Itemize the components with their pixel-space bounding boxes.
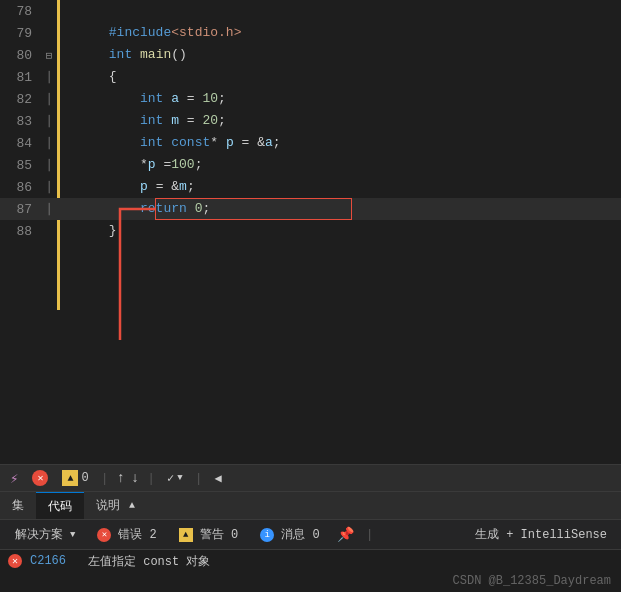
editor-spacer [0, 340, 621, 352]
line-gutter-86: │ [40, 181, 58, 193]
line-gutter-87: │ [40, 203, 58, 215]
error-row-c2166[interactable]: ✕ C2166 左值指定 const 对象 [0, 550, 621, 572]
warning-icon: ▲ [62, 470, 78, 486]
watermark: CSDN @B_12385_Daydream [453, 574, 611, 588]
lightning-icon: ⚡ [10, 470, 18, 487]
bracket-indicator-85: │ [46, 159, 53, 171]
tab-desc-arrow: ▲ [129, 500, 135, 511]
line-gutter-85: │ [40, 159, 58, 171]
line-gutter-84: │ [40, 137, 58, 149]
info-filter-button[interactable]: i 消息 0 [253, 523, 326, 546]
warning-indicator-button[interactable]: ▲ 0 [58, 468, 92, 488]
line-number-80: 80 [0, 48, 40, 63]
navigate-up-button[interactable]: ↑ [116, 470, 124, 486]
line-number-82: 82 [0, 92, 40, 107]
line-gutter-80: ⊟ [40, 49, 58, 62]
bracket-indicator-81: │ [46, 71, 53, 83]
separator-2: | [145, 471, 157, 486]
error-panel-header: 集 代码 说明 ▲ [0, 492, 621, 520]
line-number-78: 78 [0, 4, 40, 19]
error-filter-bar: 解决方案 ▼ ✕ 错误 2 ▲ 警告 0 i 消息 0 📌 | 生成 + Int… [0, 520, 621, 550]
line-number-85: 85 [0, 158, 40, 173]
collapse-icon-80[interactable]: ⊟ [46, 49, 53, 62]
error-filter-icon: ✕ [97, 528, 111, 542]
info-filter-icon: i [260, 528, 274, 542]
bracket-indicator-84: │ [46, 137, 53, 149]
line-number-79: 79 [0, 26, 40, 41]
error-row-code: C2166 [30, 554, 80, 568]
bracket-indicator-82: │ [46, 93, 53, 105]
code-editor: 78 79 #include<stdio.h> 80 ⊟ int main() … [0, 0, 621, 340]
warning-filter-icon: ▲ [179, 528, 193, 542]
intellisense-label: 生成 + IntelliSense [475, 528, 607, 542]
back-button[interactable]: ◀ [211, 469, 226, 488]
line-number-81: 81 [0, 70, 40, 85]
solution-label: 解决方案 [15, 526, 63, 543]
error-row-message: 左值指定 const 对象 [88, 553, 210, 570]
warning-count: 0 [81, 471, 88, 485]
tab-code-label: 代码 [48, 498, 72, 515]
filter-button[interactable]: ✓ ▼ [163, 469, 187, 488]
line-number-86: 86 [0, 180, 40, 195]
separator-1: | [99, 471, 111, 486]
navigate-down-button[interactable]: ↓ [131, 470, 139, 486]
error-indicator-button[interactable]: ✕ [28, 468, 52, 488]
line-gutter-83: │ [40, 115, 58, 127]
error-filter-button[interactable]: ✕ 错误 2 [90, 523, 163, 546]
code-line-88: 88 } [0, 220, 621, 242]
tab-code[interactable]: 代码 [36, 492, 84, 519]
tab-集-label: 集 [12, 497, 24, 514]
tab-description[interactable]: 说明 ▲ [84, 492, 147, 519]
error-x-icon: ✕ [32, 470, 48, 486]
warning-filter-button[interactable]: ▲ 警告 0 [172, 523, 245, 546]
line-number-84: 84 [0, 136, 40, 151]
info-filter-label: 消息 0 [281, 526, 319, 543]
plugin-button[interactable]: ⚡ [6, 468, 22, 489]
solution-select-button[interactable]: 解决方案 ▼ [8, 523, 82, 546]
dropdown-arrow-icon: ▼ [177, 473, 182, 483]
bracket-indicator-87: │ [46, 203, 53, 215]
bracket-indicator-83: │ [46, 115, 53, 127]
line-number-83: 83 [0, 114, 40, 129]
line-gutter-81: │ [40, 71, 58, 83]
checkmark-icon: ✓ [167, 471, 174, 486]
separator-3: | [193, 471, 205, 486]
intellisense-button[interactable]: 生成 + IntelliSense [469, 524, 613, 545]
error-row-icon: ✕ [8, 554, 22, 568]
error-panel: 集 代码 说明 ▲ 解决方案 ▼ ✕ 错误 2 ▲ 警告 0 i 消息 0 📌 … [0, 492, 621, 592]
tab-集[interactable]: 集 [0, 492, 36, 519]
left-arrow-icon: ◀ [215, 471, 222, 486]
error-filter-label: 错误 2 [118, 526, 156, 543]
bottom-toolbar: ⚡ ✕ ▲ 0 | ↑ ↓ | ✓ ▼ | ◀ [0, 464, 621, 492]
solution-dropdown-icon: ▼ [70, 530, 75, 540]
bracket-indicator-86: │ [46, 181, 53, 193]
tab-desc-label: 说明 [96, 497, 120, 514]
line-number-87: 87 [0, 202, 40, 217]
line-number-88: 88 [0, 224, 40, 239]
line-gutter-82: │ [40, 93, 58, 105]
line-content-88: } [58, 198, 621, 264]
warning-filter-label: 警告 0 [200, 526, 238, 543]
filter-pin-icon: 📌 [337, 526, 354, 543]
filter-separator: | [366, 527, 374, 542]
